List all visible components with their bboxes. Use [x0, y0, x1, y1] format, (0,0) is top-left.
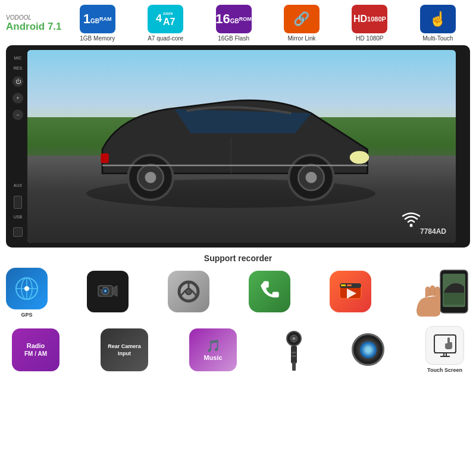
spec-mirror-label: Mirror Link — [287, 35, 315, 42]
svg-rect-40 — [292, 355, 296, 357]
phone-hand-svg — [416, 269, 470, 317]
touch-screen-icon-wrap — [425, 326, 464, 365]
spec-hd-label: HD 1080P — [356, 35, 383, 42]
car-illustration — [70, 69, 392, 214]
support-recorder-title: Support recorder — [6, 253, 470, 263]
top-specs-bar: VODOOL Android 7.1 1GB RAM 1GB Memory 4 … — [0, 0, 476, 45]
rear-cam-line1: Rear Camera — [108, 343, 141, 349]
svg-point-10 — [410, 224, 413, 227]
bottom-apps-row: Radio FM / AM Rear Camera Input 🎵 Music — [6, 324, 470, 378]
features-row: GPS — [6, 268, 470, 318]
camera-lens-area — [352, 333, 384, 366]
spec-ram-icon: 1GB RAM — [80, 5, 115, 33]
svg-rect-35 — [291, 346, 297, 364]
spec-ram: 1GB RAM 1GB Memory — [65, 5, 130, 42]
feature-dashcam — [87, 271, 129, 315]
spec-touch-icon: ☝ — [420, 5, 456, 33]
spec-hd-icon: HD 1080P — [352, 5, 387, 33]
usb-label: USB — [14, 215, 22, 219]
app-music[interactable]: 🎵 Music — [189, 328, 237, 371]
radio-line1: Radio — [27, 342, 45, 349]
vol-up-button[interactable]: + — [12, 93, 23, 104]
model-number: 7784AD — [420, 227, 446, 236]
svg-point-19 — [105, 290, 107, 292]
gps-label: GPS — [21, 312, 32, 318]
feature-phone — [249, 271, 290, 315]
svg-rect-30 — [347, 284, 352, 286]
svg-line-24 — [180, 290, 186, 296]
app-radio[interactable]: Radio FM / AM — [12, 328, 60, 371]
aux-cable-svg — [278, 329, 311, 371]
video-icon — [330, 271, 371, 312]
svg-point-22 — [186, 289, 192, 295]
vol-down-button[interactable]: − — [12, 109, 23, 120]
spec-cpu-icon: 4 core A7 — [148, 5, 183, 33]
svg-point-4 — [145, 172, 156, 183]
spec-mirror: 🔗 Mirror Link — [270, 5, 334, 42]
feature-steering — [168, 271, 209, 315]
svg-rect-39 — [292, 352, 296, 353]
svg-rect-41 — [434, 335, 456, 353]
spec-touch-label: Multi-Touch — [422, 35, 453, 42]
features-section: Support recorder GPS — [0, 248, 476, 381]
car-screen[interactable]: 7784AD — [27, 50, 456, 243]
res-label: RES — [14, 66, 22, 70]
svg-point-8 — [350, 151, 369, 164]
wifi-overlay-icon — [402, 212, 420, 231]
rear-cam-line2: Input — [118, 350, 131, 356]
android-version: Android 7.1 — [6, 21, 62, 33]
radio-line2: FM / AM — [24, 350, 47, 357]
spec-cpu: 4 core A7 A7 quad-core — [133, 5, 198, 42]
touch-screen-label: Touch Screen — [427, 367, 462, 373]
camera-lens-inner — [360, 342, 377, 358]
steering-icon — [168, 271, 209, 312]
music-label: Music — [203, 354, 222, 361]
camera-lens-icon — [352, 333, 384, 366]
right-controls — [456, 50, 468, 243]
aux-port — [14, 196, 22, 209]
dashcam-icon — [87, 271, 129, 312]
music-icon: 🎵 Music — [189, 328, 237, 371]
svg-line-25 — [192, 290, 197, 296]
usb-port — [13, 227, 23, 237]
svg-point-37 — [293, 337, 296, 340]
feature-video — [330, 271, 371, 315]
mic-label: MIC — [14, 56, 22, 60]
spec-mirror-icon: 🔗 — [284, 5, 320, 33]
svg-rect-20 — [99, 287, 103, 289]
touch-screen-svg — [432, 333, 458, 359]
touch-screen-area: Touch Screen — [425, 326, 464, 373]
svg-point-7 — [306, 172, 317, 183]
aux-cable-area — [278, 329, 311, 371]
spec-rom-label: 16GB Flash — [218, 35, 249, 42]
spec-cpu-label: A7 quad-core — [148, 35, 183, 42]
device-body: MIC RES ⏻ + − AUX USB — [6, 45, 470, 248]
app-rear-camera[interactable]: Rear Camera Input — [101, 328, 148, 371]
spec-ram-label: 1GB Memory — [80, 35, 115, 42]
svg-point-15 — [24, 286, 29, 291]
brand-logo-area: VODOOL Android 7.1 — [6, 14, 62, 33]
aux-label: AUX — [14, 183, 22, 187]
phone-icon — [249, 271, 290, 312]
screen-content: 7784AD — [27, 50, 456, 243]
brand-logo: VODOOL — [6, 14, 32, 21]
svg-rect-29 — [341, 284, 346, 286]
feature-phone-mockup — [416, 269, 470, 317]
spec-rom: 16GB ROM 16GB Flash — [201, 5, 265, 42]
svg-rect-9 — [101, 154, 109, 163]
rear-cam-icon: Rear Camera Input — [101, 328, 148, 371]
spec-rom-icon: 16GB ROM — [216, 5, 252, 33]
left-controls: MIC RES ⏻ + − AUX USB — [8, 50, 27, 243]
radio-icon: Radio FM / AM — [12, 328, 60, 371]
gps-icon — [6, 268, 48, 309]
spec-touch: ☝ Multi-Touch — [406, 5, 470, 42]
spec-hd: HD 1080P HD 1080P — [337, 5, 402, 42]
feature-gps: GPS — [6, 268, 48, 318]
power-button[interactable]: ⏻ — [12, 76, 23, 87]
